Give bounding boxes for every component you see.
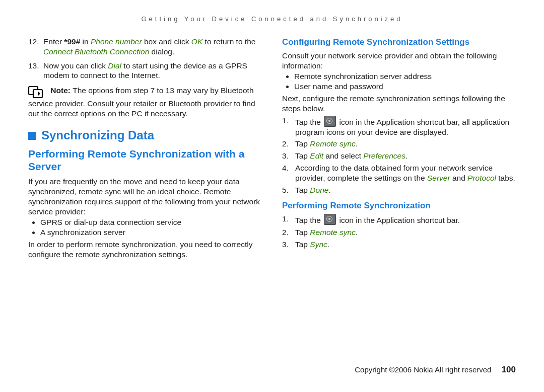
text: icon in the Application shortcut bar. xyxy=(337,216,460,224)
numbered-steps-config: Tap the icon in the Application shortcut… xyxy=(282,116,516,195)
text: Enter xyxy=(43,37,64,46)
text: . xyxy=(356,228,358,237)
text: box and click xyxy=(142,37,191,46)
bullet-list: GPRS or dial-up data connection service … xyxy=(28,217,262,238)
ui-term: Done xyxy=(310,186,328,194)
note-text: Note: The options from step 7 to 13 may … xyxy=(28,86,255,118)
text: Now you can click xyxy=(43,61,108,70)
numbered-steps-perform: Tap the icon in the Application shortcut… xyxy=(282,214,516,249)
bold-code: *99# xyxy=(64,37,80,46)
bullet-item: GPRS or dial-up data connection service xyxy=(40,217,262,227)
square-bullet-icon xyxy=(28,132,36,140)
page-number: 100 xyxy=(502,365,516,374)
text: Tap xyxy=(295,139,310,148)
subheading-performing: Performing Remote Synchronization xyxy=(282,200,516,211)
bullet-item: A synchronization server xyxy=(40,227,262,238)
bullet-item: Remote synchronization server address xyxy=(294,71,516,82)
paragraph: Next, configure the remote synchronizati… xyxy=(282,94,516,114)
page: Getting Your Device Connected and Synchr… xyxy=(0,0,544,392)
text: Tap the xyxy=(295,216,323,224)
step: Tap Sync. xyxy=(282,240,516,250)
text: to return to the xyxy=(202,37,255,46)
text: Tap the xyxy=(295,118,323,126)
left-column: Enter *99# in Phone number box and click… xyxy=(28,37,262,260)
ui-term: Sync xyxy=(310,240,327,249)
text: tabs. xyxy=(496,174,515,182)
text: and xyxy=(450,174,467,182)
subsection-heading: Performing Remote Synchronization with a… xyxy=(28,147,262,173)
step: Tap Done. xyxy=(282,185,516,195)
two-column-layout: Enter *99# in Phone number box and click… xyxy=(28,37,516,260)
step-13: Now you can click Dial to start using th… xyxy=(28,61,262,81)
running-head: Getting Your Device Connected and Synchr… xyxy=(28,15,516,23)
note-label: Note: xyxy=(50,86,73,95)
text: . xyxy=(356,139,358,148)
ui-term: OK xyxy=(191,37,202,46)
ui-term: Preferences xyxy=(363,151,405,160)
app-shortcut-icon xyxy=(324,116,336,127)
ui-term: Dial xyxy=(108,61,121,70)
right-column: Configuring Remote Synchronization Setti… xyxy=(282,37,516,260)
ui-term: Remote sync xyxy=(310,139,355,148)
text: dialog. xyxy=(149,47,174,56)
section-heading: Synchronizing Data xyxy=(28,128,262,143)
text: . xyxy=(328,186,330,194)
step: Tap the icon in the Application shortcut… xyxy=(282,214,516,225)
step: Tap Remote sync. xyxy=(282,139,516,149)
ui-term: Protocol xyxy=(467,174,496,182)
step: According to the data obtained form your… xyxy=(282,163,516,183)
subheading-configuring: Configuring Remote Synchronization Setti… xyxy=(282,37,516,48)
paragraph: Consult your network service provider an… xyxy=(282,51,516,71)
text: . xyxy=(327,240,329,249)
text: Tap xyxy=(295,151,310,160)
continued-steps-list: Enter *99# in Phone number box and click… xyxy=(28,37,262,81)
step: Tap the icon in the Application shortcut… xyxy=(282,116,516,137)
copyright-text: Copyright ©2006 Nokia All right reserved xyxy=(355,365,491,374)
text: in xyxy=(80,37,91,46)
text: Tap xyxy=(295,240,310,249)
text: . xyxy=(405,151,407,160)
bullet-item: User name and password xyxy=(294,82,516,92)
ui-term: Phone number xyxy=(91,37,142,46)
app-shortcut-icon xyxy=(324,214,336,225)
ui-term: Server xyxy=(427,174,450,182)
note-block: Note: The options from step 7 to 13 may … xyxy=(28,86,262,119)
bullet-list: Remote synchronization server address Us… xyxy=(282,71,516,92)
note-icon xyxy=(28,86,45,99)
ui-term: Connect Bluetooth Connection xyxy=(43,47,149,56)
step: Tap Edit and select Preferences. xyxy=(282,151,516,161)
text: Tap xyxy=(295,228,310,237)
step-12: Enter *99# in Phone number box and click… xyxy=(28,37,262,57)
text: and select xyxy=(323,151,363,160)
text: Tap xyxy=(295,186,310,194)
paragraph: In order to perform remote synchronizati… xyxy=(28,240,262,260)
heading-text: Synchronizing Data xyxy=(41,128,154,142)
step: Tap Remote sync. xyxy=(282,227,516,238)
footer: Copyright ©2006 Nokia All right reserved… xyxy=(355,365,516,375)
ui-term: Remote sync xyxy=(310,228,355,237)
ui-term: Edit xyxy=(310,151,323,160)
paragraph: If you are frequently on the move and ne… xyxy=(28,177,262,216)
